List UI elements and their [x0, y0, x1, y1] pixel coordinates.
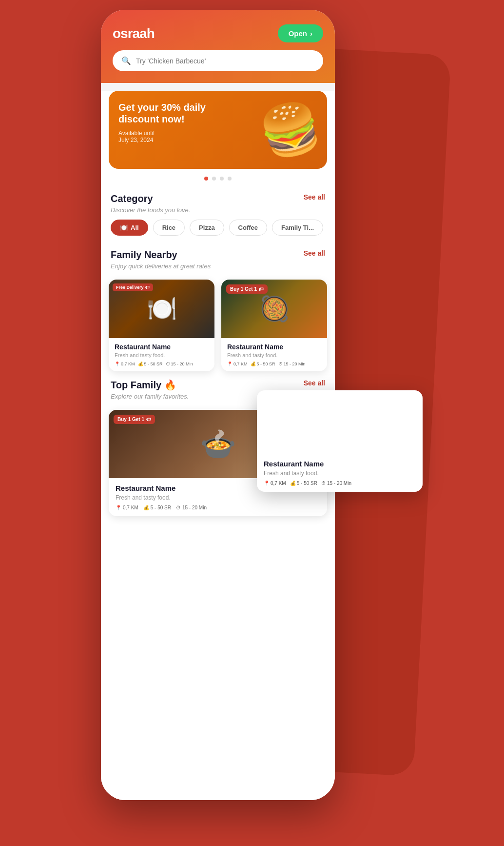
top-card-1-time: ⏱ 15 - 20 Min	[176, 505, 207, 510]
float-card-distance: 📍 0,7 KM	[264, 481, 286, 486]
card2-time: ⏱ 15 - 20 Min	[278, 362, 306, 366]
banner-subtitle: Available until July 23, 2024	[118, 130, 228, 143]
float-card-name: Restaurant Name	[264, 460, 416, 468]
restaurant-card-2-meta: 📍 0,7 KM 💰 5 - 50 SR ⏱ 15 - 20 Min	[227, 362, 321, 366]
top-family-see-all[interactable]: See all	[304, 379, 325, 387]
top-family-title: Top Family 🔥	[111, 379, 176, 391]
top-card-1-price: 💰 5 - 50 SR	[143, 505, 171, 510]
phone-header: osraah Open › 🔍	[101, 10, 335, 83]
card2-distance: 📍 0,7 KM	[227, 362, 248, 366]
search-input[interactable]	[136, 57, 314, 65]
card2-price: 💰 5 - 50 SR	[251, 362, 275, 366]
family-nearby-section: Family Nearby See all Enjoy quick delive…	[101, 242, 335, 280]
chip-rice[interactable]: Rice	[153, 220, 185, 236]
top-card-1-badge: Buy 1 Get 1 🏷	[114, 415, 155, 424]
app-logo: osraah	[113, 26, 155, 41]
banner-image: 🍔	[239, 91, 327, 169]
card1-time: ⏱ 15 - 20 Min	[166, 362, 193, 366]
float-card-time: ⏱ 15 - 20 Min	[321, 481, 351, 486]
chevron-right-icon: ›	[310, 29, 312, 38]
banner-title: Get your 30% daily discount now!	[118, 101, 228, 125]
restaurant-card-1-body: Restaurant Name Fresh and tasty food. 📍 …	[109, 338, 214, 371]
category-section: Category See all Discover the foods you …	[101, 185, 335, 242]
search-bar[interactable]: 🔍	[113, 50, 323, 71]
chip-family[interactable]: Family Ti...	[272, 220, 323, 236]
restaurant-card-2-desc: Fresh and tasty food.	[227, 352, 321, 358]
float-card-meta: 📍 0,7 KM 💰 5 - 50 SR ⏱ 15 - 20 Min	[264, 481, 416, 486]
top-card-1-distance: 📍 0,7 KM	[116, 505, 138, 510]
float-card-info: Restaurant Name Fresh and tasty food. 📍 …	[257, 454, 423, 492]
open-button[interactable]: Open ›	[278, 24, 323, 42]
restaurant-card-1-meta: 📍 0,7 KM 💰 5 - 50 SR ⏱ 15 - 20 Min	[115, 362, 209, 366]
search-icon: 🔍	[121, 56, 131, 65]
family-nearby-title: Family Nearby	[111, 249, 177, 261]
float-card-desc: Fresh and tasty food.	[264, 470, 416, 477]
category-see-all[interactable]: See all	[304, 193, 325, 201]
restaurant-card-1[interactable]: Free Delivery 🏷 Restaurant Name Fresh an…	[109, 280, 214, 371]
header-top: osraah Open ›	[113, 24, 323, 42]
restaurant-card-1-desc: Fresh and tasty food.	[115, 352, 209, 358]
category-chips: 🍽️ All Rice Pizza Coffee Family Ti...	[111, 220, 325, 238]
scene: Buy 1 Get 1 🏷 Restaurant Name Fresh and …	[86, 10, 418, 839]
restaurant-card-2-name: Restaurant Name	[227, 343, 321, 351]
card1-distance: 📍 0,7 KM	[115, 362, 135, 366]
restaurant-card-1-image: Free Delivery 🏷	[109, 280, 214, 338]
restaurant-card-2-badge: Buy 1 Get 1 🏷	[226, 284, 268, 294]
card1-price: 💰 5 - 50 SR	[138, 362, 163, 366]
family-nearby-see-all[interactable]: See all	[304, 249, 325, 257]
float-card-price: 💰 5 - 50 SR	[290, 481, 317, 486]
category-subtitle: Discover the foods you love.	[111, 206, 325, 214]
chip-coffee[interactable]: Coffee	[229, 220, 267, 236]
promo-banner[interactable]: Get your 30% daily discount now! Availab…	[109, 91, 327, 169]
dot-3[interactable]	[220, 177, 224, 181]
dot-1[interactable]	[204, 177, 208, 181]
dot-2[interactable]	[212, 177, 216, 181]
float-card: Buy 1 Get 1 🏷 Restaurant Name Fresh and …	[257, 390, 423, 492]
chip-pizza[interactable]: Pizza	[190, 220, 224, 236]
dot-4[interactable]	[228, 177, 232, 181]
top-card-1-meta: 📍 0,7 KM 💰 5 - 50 SR ⏱ 15 - 20 Min	[116, 505, 320, 510]
banner-text: Get your 30% daily discount now! Availab…	[118, 101, 228, 143]
dish-icon: 🍽️	[120, 224, 128, 231]
chip-all[interactable]: 🍽️ All	[111, 220, 148, 236]
banner-dots	[101, 177, 335, 181]
restaurant-cards-grid: Free Delivery 🏷 Restaurant Name Fresh an…	[101, 280, 335, 371]
category-title: Category	[111, 193, 153, 204]
family-nearby-header: Family Nearby See all	[111, 249, 325, 261]
restaurant-card-2-image: Buy 1 Get 1 🏷	[221, 280, 327, 338]
restaurant-card-2-body: Restaurant Name Fresh and tasty food. 📍 …	[221, 338, 327, 371]
fire-icon: 🔥	[164, 380, 176, 390]
restaurant-card-2[interactable]: Buy 1 Get 1 🏷 Restaurant Name Fresh and …	[221, 280, 327, 371]
family-nearby-subtitle: Enjoy quick deliveries at great rates	[111, 262, 325, 270]
top-card-1-desc: Fresh and tasty food.	[116, 494, 320, 501]
top-family-header: Top Family 🔥 See all	[111, 379, 325, 391]
category-header: Category See all	[111, 193, 325, 204]
restaurant-card-1-badge: Free Delivery 🏷	[113, 283, 153, 291]
restaurant-card-1-name: Restaurant Name	[115, 343, 209, 351]
